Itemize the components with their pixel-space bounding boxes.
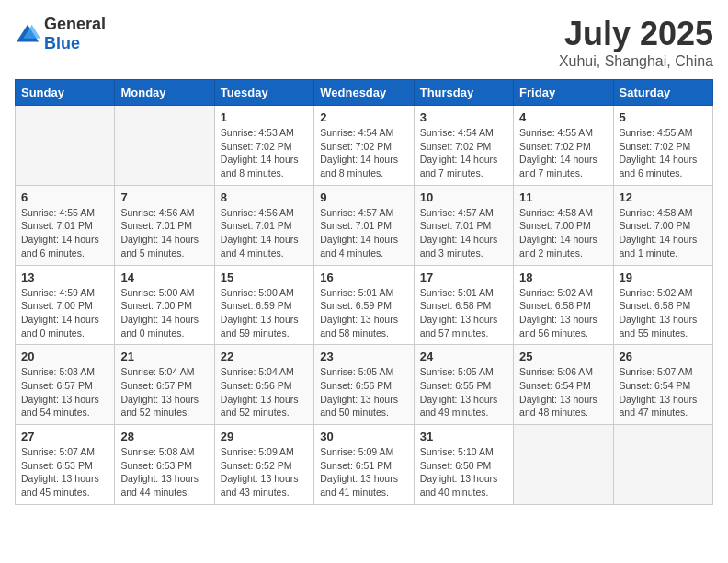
day-number: 13 [21,270,108,284]
calendar-cell [115,106,214,186]
day-of-week-header: Saturday [613,80,712,106]
logo-blue: Blue [44,34,80,52]
day-number: 30 [320,430,407,443]
day-number: 6 [21,190,108,204]
calendar-cell: 12Sunrise: 4:58 AM Sunset: 7:00 PM Dayli… [613,185,712,265]
cell-content: Sunrise: 5:02 AM Sunset: 6:58 PM Dayligh… [519,286,607,340]
day-number: 23 [320,350,407,363]
day-number: 31 [420,430,507,443]
calendar-cell: 27Sunrise: 5:07 AM Sunset: 6:53 PM Dayli… [16,425,115,505]
cell-content: Sunrise: 5:10 AM Sunset: 6:50 PM Dayligh… [420,445,507,500]
day-of-week-header: Sunday [16,80,115,106]
day-of-week-header: Tuesday [214,80,313,106]
day-of-week-header: Wednesday [314,80,414,106]
calendar-cell: 21Sunrise: 5:04 AM Sunset: 6:57 PM Dayli… [115,345,214,425]
logo: General Blue [15,15,106,53]
day-of-week-header: Thursday [414,80,513,106]
calendar-cell: 6Sunrise: 4:55 AM Sunset: 7:01 PM Daylig… [16,185,115,265]
cell-content: Sunrise: 5:09 AM Sunset: 6:52 PM Dayligh… [221,445,308,500]
calendar-cell: 11Sunrise: 4:58 AM Sunset: 7:00 PM Dayli… [514,185,613,265]
cell-content: Sunrise: 4:57 AM Sunset: 7:01 PM Dayligh… [420,206,507,260]
day-number: 20 [21,350,108,363]
calendar-cell: 7Sunrise: 4:56 AM Sunset: 7:01 PM Daylig… [115,185,214,265]
calendar-cell: 16Sunrise: 5:01 AM Sunset: 6:59 PM Dayli… [314,265,414,345]
day-number: 25 [519,350,607,363]
day-number: 19 [620,270,707,284]
day-number: 15 [221,270,308,284]
calendar-cell: 1Sunrise: 4:53 AM Sunset: 7:02 PM Daylig… [214,106,313,186]
day-number: 29 [221,430,308,443]
cell-content: Sunrise: 5:07 AM Sunset: 6:53 PM Dayligh… [21,445,108,500]
cell-content: Sunrise: 5:04 AM Sunset: 6:57 PM Dayligh… [120,365,208,419]
day-number: 28 [120,430,208,443]
logo-general: General [44,15,106,33]
day-number: 26 [620,350,707,363]
cell-content: Sunrise: 4:57 AM Sunset: 7:01 PM Dayligh… [320,206,407,260]
cell-content: Sunrise: 4:56 AM Sunset: 7:01 PM Dayligh… [120,206,208,260]
calendar-cell: 14Sunrise: 5:00 AM Sunset: 7:00 PM Dayli… [115,265,214,345]
day-number: 8 [221,190,308,204]
day-number: 17 [420,270,507,284]
cell-content: Sunrise: 4:58 AM Sunset: 7:00 PM Dayligh… [519,206,607,260]
calendar-week-row: 27Sunrise: 5:07 AM Sunset: 6:53 PM Dayli… [16,425,713,505]
cell-content: Sunrise: 4:58 AM Sunset: 7:00 PM Dayligh… [620,206,707,260]
calendar-cell: 2Sunrise: 4:54 AM Sunset: 7:02 PM Daylig… [314,106,414,186]
day-number: 10 [420,190,507,204]
logo-icon [15,21,40,47]
calendar-week-row: 20Sunrise: 5:03 AM Sunset: 6:57 PM Dayli… [16,345,713,425]
cell-content: Sunrise: 5:01 AM Sunset: 6:58 PM Dayligh… [420,286,507,340]
calendar-cell: 30Sunrise: 5:09 AM Sunset: 6:51 PM Dayli… [314,425,414,505]
day-number: 9 [320,190,407,204]
day-number: 2 [320,110,407,124]
cell-content: Sunrise: 5:08 AM Sunset: 6:53 PM Dayligh… [120,445,208,500]
calendar-cell: 28Sunrise: 5:08 AM Sunset: 6:53 PM Dayli… [115,425,214,505]
cell-content: Sunrise: 5:04 AM Sunset: 6:56 PM Dayligh… [221,365,308,419]
calendar-cell: 29Sunrise: 5:09 AM Sunset: 6:52 PM Dayli… [214,425,313,505]
day-number: 21 [120,350,208,363]
cell-content: Sunrise: 4:55 AM Sunset: 7:02 PM Dayligh… [620,126,707,180]
cell-content: Sunrise: 5:03 AM Sunset: 6:57 PM Dayligh… [21,365,108,419]
cell-content: Sunrise: 4:55 AM Sunset: 7:01 PM Dayligh… [21,206,108,260]
calendar-cell: 15Sunrise: 5:00 AM Sunset: 6:59 PM Dayli… [214,265,313,345]
calendar-cell: 20Sunrise: 5:03 AM Sunset: 6:57 PM Dayli… [16,345,115,425]
day-number: 3 [420,110,507,124]
calendar-cell: 31Sunrise: 5:10 AM Sunset: 6:50 PM Dayli… [414,425,513,505]
calendar-cell: 26Sunrise: 5:07 AM Sunset: 6:54 PM Dayli… [613,345,712,425]
day-number: 7 [120,190,208,204]
day-number: 14 [120,270,208,284]
month-title: July 2025 [559,15,713,53]
location-title: Xuhui, Shanghai, China [559,53,713,70]
calendar-week-row: 13Sunrise: 4:59 AM Sunset: 7:00 PM Dayli… [16,265,713,345]
day-number: 11 [519,190,607,204]
day-of-week-header: Friday [514,80,613,106]
calendar-cell: 9Sunrise: 4:57 AM Sunset: 7:01 PM Daylig… [314,185,414,265]
day-number: 22 [221,350,308,363]
cell-content: Sunrise: 4:54 AM Sunset: 7:02 PM Dayligh… [320,126,407,180]
cell-content: Sunrise: 5:07 AM Sunset: 6:54 PM Dayligh… [620,365,707,419]
logo-text: General Blue [44,15,106,53]
calendar-header-row: SundayMondayTuesdayWednesdayThursdayFrid… [16,80,713,106]
cell-content: Sunrise: 4:53 AM Sunset: 7:02 PM Dayligh… [221,126,308,180]
calendar-cell: 17Sunrise: 5:01 AM Sunset: 6:58 PM Dayli… [414,265,513,345]
cell-content: Sunrise: 5:05 AM Sunset: 6:55 PM Dayligh… [420,365,507,419]
calendar-table: SundayMondayTuesdayWednesdayThursdayFrid… [15,79,713,505]
calendar-cell: 19Sunrise: 5:02 AM Sunset: 6:58 PM Dayli… [613,265,712,345]
day-number: 18 [519,270,607,284]
day-number: 5 [620,110,707,124]
calendar-cell [613,425,712,505]
calendar-cell: 4Sunrise: 4:55 AM Sunset: 7:02 PM Daylig… [514,106,613,186]
day-number: 4 [519,110,607,124]
day-of-week-header: Monday [115,80,214,106]
calendar-cell: 23Sunrise: 5:05 AM Sunset: 6:56 PM Dayli… [314,345,414,425]
cell-content: Sunrise: 4:59 AM Sunset: 7:00 PM Dayligh… [21,286,108,340]
title-block: July 2025 Xuhui, Shanghai, China [559,15,713,70]
cell-content: Sunrise: 4:56 AM Sunset: 7:01 PM Dayligh… [221,206,308,260]
calendar-week-row: 1Sunrise: 4:53 AM Sunset: 7:02 PM Daylig… [16,106,713,186]
calendar-week-row: 6Sunrise: 4:55 AM Sunset: 7:01 PM Daylig… [16,185,713,265]
calendar-cell: 24Sunrise: 5:05 AM Sunset: 6:55 PM Dayli… [414,345,513,425]
cell-content: Sunrise: 5:06 AM Sunset: 6:54 PM Dayligh… [519,365,607,419]
day-number: 16 [320,270,407,284]
calendar-cell: 13Sunrise: 4:59 AM Sunset: 7:00 PM Dayli… [16,265,115,345]
calendar-cell: 18Sunrise: 5:02 AM Sunset: 6:58 PM Dayli… [514,265,613,345]
calendar-cell [16,106,115,186]
